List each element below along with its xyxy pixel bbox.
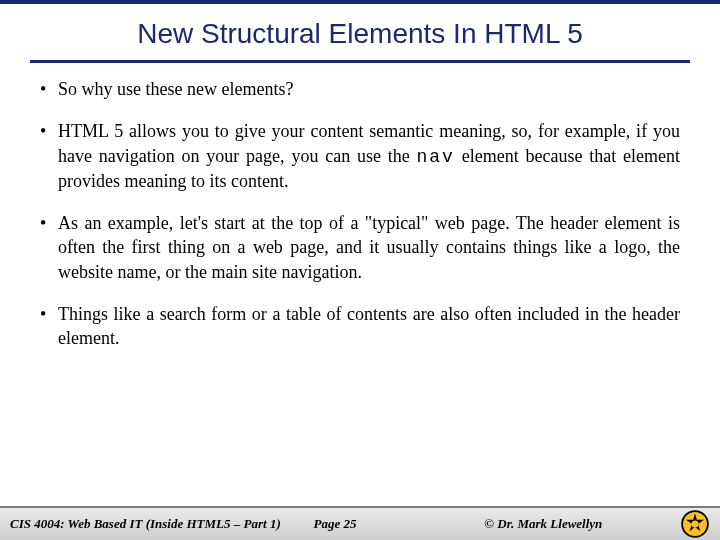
ucf-logo-icon bbox=[680, 509, 710, 539]
slide-title: New Structural Elements In HTML 5 bbox=[30, 18, 690, 63]
bullet-item: As an example, let's start at the top of… bbox=[40, 211, 680, 284]
bullet-item: HTML 5 allows you to give your content s… bbox=[40, 119, 680, 193]
bullet-list: So why use these new elements? HTML 5 al… bbox=[40, 77, 680, 351]
footer-course: CIS 4004: Web Based IT (Inside HTML5 – P… bbox=[10, 516, 314, 532]
slide: New Structural Elements In HTML 5 So why… bbox=[0, 0, 720, 540]
bullet-text: As an example, let's start at the top of… bbox=[58, 213, 680, 282]
bullet-item: Things like a search form or a table of … bbox=[40, 302, 680, 351]
footer-bar: CIS 4004: Web Based IT (Inside HTML5 – P… bbox=[0, 506, 720, 540]
svg-point-2 bbox=[691, 520, 698, 527]
footer-author: © Dr. Mark Llewellyn bbox=[484, 516, 674, 532]
bullet-item: So why use these new elements? bbox=[40, 77, 680, 101]
bullet-text: Things like a search form or a table of … bbox=[58, 304, 680, 348]
bullet-text: So why use these new elements? bbox=[58, 79, 293, 99]
slide-content: So why use these new elements? HTML 5 al… bbox=[0, 69, 720, 506]
footer-page: Page 25 bbox=[314, 516, 485, 532]
code-nav: nav bbox=[417, 147, 455, 167]
